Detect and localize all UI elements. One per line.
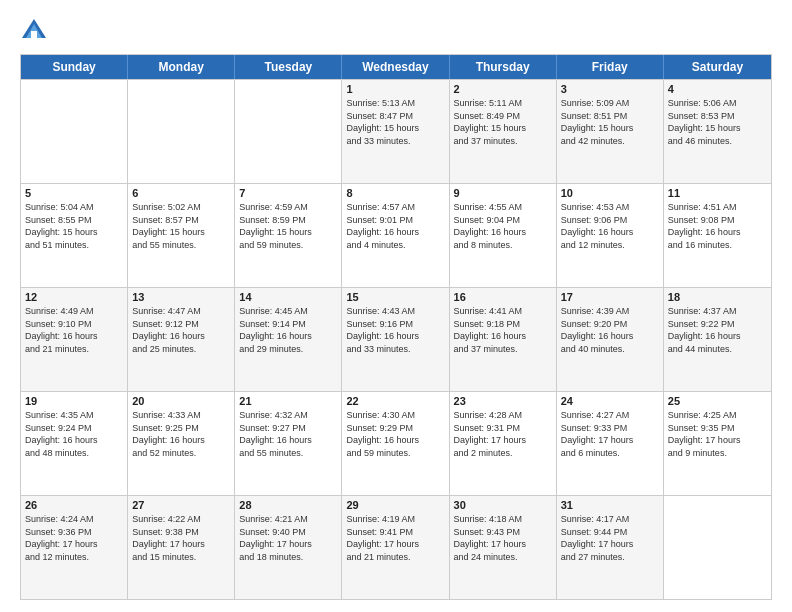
header-day-sunday: Sunday bbox=[21, 55, 128, 79]
day-info: Sunrise: 4:24 AM Sunset: 9:36 PM Dayligh… bbox=[25, 513, 123, 563]
day-number: 19 bbox=[25, 395, 123, 407]
day-cell-23: 23Sunrise: 4:28 AM Sunset: 9:31 PM Dayli… bbox=[450, 392, 557, 495]
day-cell-4: 4Sunrise: 5:06 AM Sunset: 8:53 PM Daylig… bbox=[664, 80, 771, 183]
day-cell-19: 19Sunrise: 4:35 AM Sunset: 9:24 PM Dayli… bbox=[21, 392, 128, 495]
empty-cell bbox=[235, 80, 342, 183]
day-number: 14 bbox=[239, 291, 337, 303]
calendar-row-4: 19Sunrise: 4:35 AM Sunset: 9:24 PM Dayli… bbox=[21, 391, 771, 495]
day-number: 3 bbox=[561, 83, 659, 95]
day-cell-1: 1Sunrise: 5:13 AM Sunset: 8:47 PM Daylig… bbox=[342, 80, 449, 183]
day-cell-24: 24Sunrise: 4:27 AM Sunset: 9:33 PM Dayli… bbox=[557, 392, 664, 495]
day-number: 17 bbox=[561, 291, 659, 303]
day-info: Sunrise: 4:41 AM Sunset: 9:18 PM Dayligh… bbox=[454, 305, 552, 355]
day-number: 5 bbox=[25, 187, 123, 199]
day-info: Sunrise: 4:28 AM Sunset: 9:31 PM Dayligh… bbox=[454, 409, 552, 459]
logo bbox=[20, 16, 51, 44]
svg-rect-2 bbox=[31, 31, 37, 38]
day-info: Sunrise: 4:32 AM Sunset: 9:27 PM Dayligh… bbox=[239, 409, 337, 459]
day-cell-25: 25Sunrise: 4:25 AM Sunset: 9:35 PM Dayli… bbox=[664, 392, 771, 495]
header bbox=[20, 16, 772, 44]
day-number: 31 bbox=[561, 499, 659, 511]
page: SundayMondayTuesdayWednesdayThursdayFrid… bbox=[0, 0, 792, 612]
day-cell-7: 7Sunrise: 4:59 AM Sunset: 8:59 PM Daylig… bbox=[235, 184, 342, 287]
day-info: Sunrise: 4:33 AM Sunset: 9:25 PM Dayligh… bbox=[132, 409, 230, 459]
day-cell-26: 26Sunrise: 4:24 AM Sunset: 9:36 PM Dayli… bbox=[21, 496, 128, 599]
day-number: 29 bbox=[346, 499, 444, 511]
day-cell-22: 22Sunrise: 4:30 AM Sunset: 9:29 PM Dayli… bbox=[342, 392, 449, 495]
day-info: Sunrise: 4:55 AM Sunset: 9:04 PM Dayligh… bbox=[454, 201, 552, 251]
day-cell-20: 20Sunrise: 4:33 AM Sunset: 9:25 PM Dayli… bbox=[128, 392, 235, 495]
day-info: Sunrise: 4:39 AM Sunset: 9:20 PM Dayligh… bbox=[561, 305, 659, 355]
empty-cell bbox=[128, 80, 235, 183]
day-info: Sunrise: 5:02 AM Sunset: 8:57 PM Dayligh… bbox=[132, 201, 230, 251]
day-info: Sunrise: 5:06 AM Sunset: 8:53 PM Dayligh… bbox=[668, 97, 767, 147]
day-number: 2 bbox=[454, 83, 552, 95]
header-day-wednesday: Wednesday bbox=[342, 55, 449, 79]
day-cell-10: 10Sunrise: 4:53 AM Sunset: 9:06 PM Dayli… bbox=[557, 184, 664, 287]
day-info: Sunrise: 4:43 AM Sunset: 9:16 PM Dayligh… bbox=[346, 305, 444, 355]
header-day-monday: Monday bbox=[128, 55, 235, 79]
calendar-header: SundayMondayTuesdayWednesdayThursdayFrid… bbox=[21, 55, 771, 79]
day-info: Sunrise: 4:51 AM Sunset: 9:08 PM Dayligh… bbox=[668, 201, 767, 251]
calendar-row-2: 5Sunrise: 5:04 AM Sunset: 8:55 PM Daylig… bbox=[21, 183, 771, 287]
day-number: 6 bbox=[132, 187, 230, 199]
day-cell-28: 28Sunrise: 4:21 AM Sunset: 9:40 PM Dayli… bbox=[235, 496, 342, 599]
day-number: 10 bbox=[561, 187, 659, 199]
day-info: Sunrise: 4:17 AM Sunset: 9:44 PM Dayligh… bbox=[561, 513, 659, 563]
day-info: Sunrise: 4:30 AM Sunset: 9:29 PM Dayligh… bbox=[346, 409, 444, 459]
day-info: Sunrise: 4:57 AM Sunset: 9:01 PM Dayligh… bbox=[346, 201, 444, 251]
day-number: 18 bbox=[668, 291, 767, 303]
logo-icon bbox=[20, 16, 48, 44]
day-number: 23 bbox=[454, 395, 552, 407]
calendar: SundayMondayTuesdayWednesdayThursdayFrid… bbox=[20, 54, 772, 600]
calendar-row-1: 1Sunrise: 5:13 AM Sunset: 8:47 PM Daylig… bbox=[21, 79, 771, 183]
day-cell-21: 21Sunrise: 4:32 AM Sunset: 9:27 PM Dayli… bbox=[235, 392, 342, 495]
day-number: 11 bbox=[668, 187, 767, 199]
day-info: Sunrise: 4:49 AM Sunset: 9:10 PM Dayligh… bbox=[25, 305, 123, 355]
day-info: Sunrise: 5:09 AM Sunset: 8:51 PM Dayligh… bbox=[561, 97, 659, 147]
day-cell-18: 18Sunrise: 4:37 AM Sunset: 9:22 PM Dayli… bbox=[664, 288, 771, 391]
day-number: 1 bbox=[346, 83, 444, 95]
day-cell-9: 9Sunrise: 4:55 AM Sunset: 9:04 PM Daylig… bbox=[450, 184, 557, 287]
day-number: 21 bbox=[239, 395, 337, 407]
day-cell-12: 12Sunrise: 4:49 AM Sunset: 9:10 PM Dayli… bbox=[21, 288, 128, 391]
day-info: Sunrise: 5:13 AM Sunset: 8:47 PM Dayligh… bbox=[346, 97, 444, 147]
day-info: Sunrise: 4:19 AM Sunset: 9:41 PM Dayligh… bbox=[346, 513, 444, 563]
day-info: Sunrise: 4:35 AM Sunset: 9:24 PM Dayligh… bbox=[25, 409, 123, 459]
day-number: 28 bbox=[239, 499, 337, 511]
day-info: Sunrise: 4:27 AM Sunset: 9:33 PM Dayligh… bbox=[561, 409, 659, 459]
day-info: Sunrise: 4:37 AM Sunset: 9:22 PM Dayligh… bbox=[668, 305, 767, 355]
day-number: 20 bbox=[132, 395, 230, 407]
day-info: Sunrise: 4:53 AM Sunset: 9:06 PM Dayligh… bbox=[561, 201, 659, 251]
calendar-row-3: 12Sunrise: 4:49 AM Sunset: 9:10 PM Dayli… bbox=[21, 287, 771, 391]
day-cell-5: 5Sunrise: 5:04 AM Sunset: 8:55 PM Daylig… bbox=[21, 184, 128, 287]
day-cell-16: 16Sunrise: 4:41 AM Sunset: 9:18 PM Dayli… bbox=[450, 288, 557, 391]
day-info: Sunrise: 4:25 AM Sunset: 9:35 PM Dayligh… bbox=[668, 409, 767, 459]
day-info: Sunrise: 4:21 AM Sunset: 9:40 PM Dayligh… bbox=[239, 513, 337, 563]
day-cell-3: 3Sunrise: 5:09 AM Sunset: 8:51 PM Daylig… bbox=[557, 80, 664, 183]
day-number: 12 bbox=[25, 291, 123, 303]
day-number: 26 bbox=[25, 499, 123, 511]
day-number: 25 bbox=[668, 395, 767, 407]
day-info: Sunrise: 4:59 AM Sunset: 8:59 PM Dayligh… bbox=[239, 201, 337, 251]
day-cell-14: 14Sunrise: 4:45 AM Sunset: 9:14 PM Dayli… bbox=[235, 288, 342, 391]
day-cell-2: 2Sunrise: 5:11 AM Sunset: 8:49 PM Daylig… bbox=[450, 80, 557, 183]
day-number: 9 bbox=[454, 187, 552, 199]
day-info: Sunrise: 4:47 AM Sunset: 9:12 PM Dayligh… bbox=[132, 305, 230, 355]
header-day-friday: Friday bbox=[557, 55, 664, 79]
day-info: Sunrise: 4:22 AM Sunset: 9:38 PM Dayligh… bbox=[132, 513, 230, 563]
empty-cell bbox=[664, 496, 771, 599]
day-number: 8 bbox=[346, 187, 444, 199]
day-number: 13 bbox=[132, 291, 230, 303]
day-cell-17: 17Sunrise: 4:39 AM Sunset: 9:20 PM Dayli… bbox=[557, 288, 664, 391]
day-info: Sunrise: 5:11 AM Sunset: 8:49 PM Dayligh… bbox=[454, 97, 552, 147]
day-cell-27: 27Sunrise: 4:22 AM Sunset: 9:38 PM Dayli… bbox=[128, 496, 235, 599]
day-number: 22 bbox=[346, 395, 444, 407]
day-number: 7 bbox=[239, 187, 337, 199]
day-number: 30 bbox=[454, 499, 552, 511]
day-cell-30: 30Sunrise: 4:18 AM Sunset: 9:43 PM Dayli… bbox=[450, 496, 557, 599]
calendar-row-5: 26Sunrise: 4:24 AM Sunset: 9:36 PM Dayli… bbox=[21, 495, 771, 599]
day-cell-31: 31Sunrise: 4:17 AM Sunset: 9:44 PM Dayli… bbox=[557, 496, 664, 599]
calendar-body: 1Sunrise: 5:13 AM Sunset: 8:47 PM Daylig… bbox=[21, 79, 771, 599]
day-cell-15: 15Sunrise: 4:43 AM Sunset: 9:16 PM Dayli… bbox=[342, 288, 449, 391]
